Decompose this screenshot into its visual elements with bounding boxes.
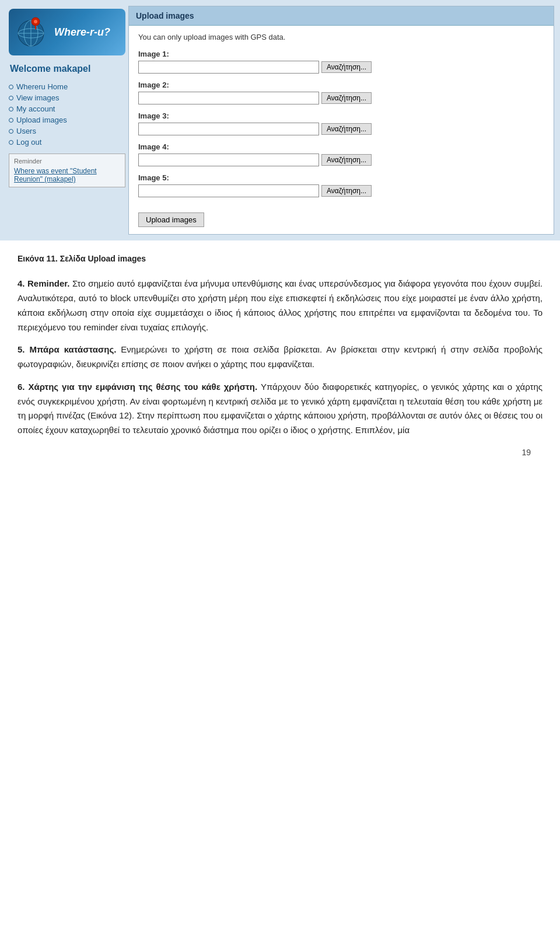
file-input-row-5: Αναζήτηση... <box>138 184 544 197</box>
svg-point-6 <box>34 20 37 23</box>
nav-bullet-icon <box>9 107 13 111</box>
browse-button-5[interactable]: Αναζήτηση... <box>321 185 372 197</box>
image-label-4: Image 4: <box>138 142 544 151</box>
section-number-5: 5. <box>18 344 29 354</box>
image-upload-row-5: Image 5: Αναζήτηση... <box>138 173 544 197</box>
section-heading-4: Reminder. <box>27 278 72 288</box>
sidebar: Where-r-u? Welcome makapel Whereru Home … <box>6 6 128 235</box>
nav-bullet-icon <box>9 129 13 134</box>
section-heading-6: Χάρτης για την εμφάνιση της θέσης του κά… <box>28 382 261 392</box>
section-heading-5: Μπάρα κατάστασης. <box>29 344 121 354</box>
reminder-box: Reminder Where was event "Student Reunio… <box>9 154 125 187</box>
figure-caption: Εικόνα 11. Σελίδα Upload images <box>18 252 542 265</box>
image-upload-row-1: Image 1: Αναζήτηση... <box>138 50 544 74</box>
image-label-5: Image 5: <box>138 173 544 182</box>
nav-bullet-icon <box>9 85 13 89</box>
file-input-5[interactable] <box>138 184 319 197</box>
section-number-6: 6. <box>18 382 28 392</box>
doc-paragraph-4: 4. Reminder. Στο σημείο αυτό εμφανίζεται… <box>18 277 542 334</box>
file-input-2[interactable] <box>138 92 319 104</box>
doc-section-5: 5. Μπάρα κατάστασης. Ενημερώνει το χρήστ… <box>18 343 542 372</box>
nav-item-my-account[interactable]: My account <box>9 103 125 114</box>
nav-item-view-images[interactable]: View images <box>9 92 125 103</box>
image-label-1: Image 1: <box>138 50 544 58</box>
image-upload-row-4: Image 4: Αναζήτηση... <box>138 142 544 166</box>
doc-paragraph-5: 5. Μπάρα κατάστασης. Ενημερώνει το χρήστ… <box>18 343 542 372</box>
file-input-4[interactable] <box>138 154 319 166</box>
document-area: Εικόνα 11. Σελίδα Upload images 4. Remin… <box>0 240 560 476</box>
doc-section-6: 6. Χάρτης για την εμφάνιση της θέσης του… <box>18 380 542 438</box>
nav-item-logout[interactable]: Log out <box>9 137 125 148</box>
upload-page-body: You can only upload images with GPS data… <box>129 26 554 234</box>
nav-bullet-icon <box>9 96 13 100</box>
doc-paragraph-6: 6. Χάρτης για την εμφάνιση της θέσης του… <box>18 380 542 438</box>
nav-item-upload-images[interactable]: Upload images <box>9 114 125 125</box>
nav-item-users[interactable]: Users <box>9 125 125 137</box>
nav-bullet-icon <box>9 140 13 145</box>
file-input-row-1: Αναζήτηση... <box>138 61 544 74</box>
globe-logo-icon <box>15 15 50 50</box>
app-container: Where-r-u? Welcome makapel Whereru Home … <box>0 0 560 240</box>
upload-info-text: You can only upload images with GPS data… <box>138 33 544 41</box>
image-label-2: Image 2: <box>138 81 544 89</box>
welcome-text: Welcome makapel <box>9 61 125 76</box>
page-number: 19 <box>18 446 542 459</box>
logo-text: Where-r-u? <box>54 26 110 39</box>
reminder-link[interactable]: Where was event "Student Reunion" (makap… <box>14 167 97 183</box>
file-input-row-4: Αναζήτηση... <box>138 154 544 166</box>
nav-item-home[interactable]: Whereru Home <box>9 81 125 92</box>
reminder-title: Reminder <box>14 158 120 165</box>
nav-list: Whereru Home View images My account Uplo… <box>9 81 125 148</box>
section-text-4: Στο σημείο αυτό εμφανίζεται ένα μήνυμα υ… <box>18 278 542 332</box>
section-number-4: 4. <box>18 278 27 288</box>
file-input-1[interactable] <box>138 61 319 74</box>
image-upload-row-3: Image 3: Αναζήτηση... <box>138 111 544 135</box>
doc-section-4: 4. Reminder. Στο σημείο αυτό εμφανίζεται… <box>18 277 542 334</box>
upload-page-header: Upload images <box>129 6 554 26</box>
file-input-row-3: Αναζήτηση... <box>138 123 544 135</box>
image-label-3: Image 3: <box>138 111 544 120</box>
main-content-panel: Upload images You can only upload images… <box>128 6 554 235</box>
browse-button-4[interactable]: Αναζήτηση... <box>321 154 372 166</box>
browse-button-2[interactable]: Αναζήτηση... <box>321 92 372 104</box>
file-input-3[interactable] <box>138 123 319 135</box>
image-upload-row-2: Image 2: Αναζήτηση... <box>138 81 544 104</box>
browse-button-1[interactable]: Αναζήτηση... <box>321 61 372 73</box>
browse-button-3[interactable]: Αναζήτηση... <box>321 123 372 135</box>
nav-bullet-icon <box>9 118 13 123</box>
logo-area: Where-r-u? <box>9 9 125 55</box>
upload-images-button[interactable]: Upload images <box>138 212 204 227</box>
file-input-row-2: Αναζήτηση... <box>138 92 544 104</box>
